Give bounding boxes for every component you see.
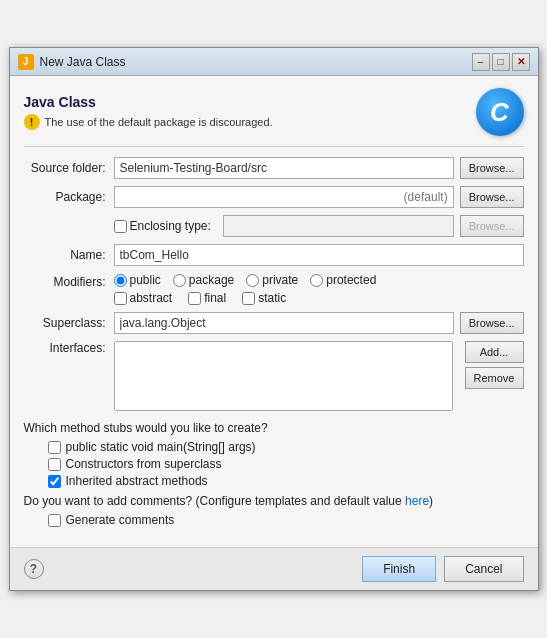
interfaces-side-buttons: Add... Remove bbox=[465, 341, 524, 411]
stubs-question: Which method stubs would you like to cre… bbox=[24, 421, 524, 435]
stubs-section: Which method stubs would you like to cre… bbox=[24, 421, 524, 488]
modifier-package: package bbox=[173, 273, 234, 287]
modifier-protected-radio[interactable] bbox=[310, 274, 323, 287]
generate-comments-label: Generate comments bbox=[66, 513, 175, 527]
modifier-private: private bbox=[246, 273, 298, 287]
window-icon: J bbox=[18, 54, 34, 70]
comments-section: Do you want to add comments? (Configure … bbox=[24, 494, 524, 527]
source-folder-field: Browse... bbox=[114, 157, 524, 179]
comments-configure-link[interactable]: here bbox=[405, 494, 429, 508]
final-label: final bbox=[204, 291, 226, 305]
window-title: New Java Class bbox=[40, 55, 126, 69]
package-input[interactable] bbox=[114, 186, 454, 208]
eclipse-logo: C bbox=[476, 88, 524, 136]
final-checkbox[interactable] bbox=[188, 292, 201, 305]
modifier-protected-label: protected bbox=[326, 273, 376, 287]
enclosing-type-input[interactable] bbox=[223, 215, 454, 237]
interfaces-list-area bbox=[114, 341, 453, 411]
modifier-private-radio[interactable] bbox=[246, 274, 259, 287]
window-icon-letter: J bbox=[23, 56, 29, 67]
dialog-window: J New Java Class – □ ✕ Java Class ! The … bbox=[9, 47, 539, 591]
stub-inherited-label: Inherited abstract methods bbox=[66, 474, 208, 488]
section-title: Java Class bbox=[24, 94, 273, 110]
final-modifier: final bbox=[188, 291, 226, 305]
warning-text: The use of the default package is discou… bbox=[45, 116, 273, 128]
superclass-field: Browse... bbox=[114, 312, 524, 334]
package-browse-button[interactable]: Browse... bbox=[460, 186, 524, 208]
package-label: Package: bbox=[24, 190, 114, 204]
static-checkbox[interactable] bbox=[242, 292, 255, 305]
bottom-buttons: Finish Cancel bbox=[362, 556, 523, 582]
name-row: Name: bbox=[24, 244, 524, 266]
modifier-public-label: public bbox=[130, 273, 161, 287]
warning-icon: ! bbox=[24, 114, 40, 130]
abstract-modifier: abstract bbox=[114, 291, 173, 305]
stub-inherited-checkbox[interactable] bbox=[48, 475, 61, 488]
abstract-checkbox[interactable] bbox=[114, 292, 127, 305]
source-folder-browse-button[interactable]: Browse... bbox=[460, 157, 524, 179]
enclosing-type-row: Enclosing type: Browse... bbox=[24, 215, 524, 237]
package-row: Package: Browse... bbox=[24, 186, 524, 208]
stub-constructors-label: Constructors from superclass bbox=[66, 457, 222, 471]
bottom-bar: ? Finish Cancel bbox=[10, 547, 538, 590]
divider bbox=[24, 146, 524, 147]
interfaces-list[interactable] bbox=[114, 341, 453, 411]
enclosing-type-checkbox[interactable] bbox=[114, 220, 127, 233]
interfaces-remove-button[interactable]: Remove bbox=[465, 367, 524, 389]
generate-comments-checkbox[interactable] bbox=[48, 514, 61, 527]
modifier-protected: protected bbox=[310, 273, 376, 287]
superclass-input[interactable] bbox=[114, 312, 454, 334]
modifier-public: public bbox=[114, 273, 161, 287]
maximize-button[interactable]: □ bbox=[492, 53, 510, 71]
source-folder-row: Source folder: Browse... bbox=[24, 157, 524, 179]
comments-question-text: Do you want to add comments? (Configure … bbox=[24, 494, 402, 508]
minimize-button[interactable]: – bbox=[472, 53, 490, 71]
warning-row: ! The use of the default package is disc… bbox=[24, 114, 273, 130]
stub-constructors: Constructors from superclass bbox=[48, 457, 524, 471]
stub-inherited: Inherited abstract methods bbox=[48, 474, 524, 488]
enclosing-type-browse-button[interactable]: Browse... bbox=[460, 215, 524, 237]
interfaces-label: Interfaces: bbox=[24, 341, 114, 355]
dialog-body: Java Class ! The use of the default pack… bbox=[10, 76, 538, 547]
comments-question: Do you want to add comments? (Configure … bbox=[24, 494, 524, 508]
name-field bbox=[114, 244, 524, 266]
help-button[interactable]: ? bbox=[24, 559, 44, 579]
modifiers-content: public package private protected bbox=[114, 273, 524, 305]
enclosing-type-field: Enclosing type: Browse... bbox=[114, 215, 524, 237]
interfaces-add-button[interactable]: Add... bbox=[465, 341, 524, 363]
interfaces-area: Add... Remove bbox=[114, 341, 524, 411]
title-bar: J New Java Class – □ ✕ bbox=[10, 48, 538, 76]
static-label: static bbox=[258, 291, 286, 305]
source-folder-label: Source folder: bbox=[24, 161, 114, 175]
source-folder-input[interactable] bbox=[114, 157, 454, 179]
stub-main-checkbox[interactable] bbox=[48, 441, 61, 454]
modifier-public-radio[interactable] bbox=[114, 274, 127, 287]
modifier-package-radio[interactable] bbox=[173, 274, 186, 287]
cancel-button[interactable]: Cancel bbox=[444, 556, 523, 582]
superclass-browse-button[interactable]: Browse... bbox=[460, 312, 524, 334]
modifiers-row: Modifiers: public package private bbox=[24, 273, 524, 305]
abstract-label: abstract bbox=[130, 291, 173, 305]
title-bar-left: J New Java Class bbox=[18, 54, 126, 70]
stubs-options: public static void main(String[] args) C… bbox=[24, 440, 524, 488]
modifiers-checkbox-row: abstract final static bbox=[114, 291, 524, 305]
enclosing-type-checkbox-label: Enclosing type: bbox=[130, 219, 211, 233]
static-modifier: static bbox=[242, 291, 286, 305]
modifiers-label: Modifiers: bbox=[24, 273, 114, 289]
interfaces-section: Interfaces: Add... Remove bbox=[24, 341, 524, 411]
comments-option: Generate comments bbox=[24, 513, 524, 527]
stub-constructors-checkbox[interactable] bbox=[48, 458, 61, 471]
name-label: Name: bbox=[24, 248, 114, 262]
section-title-area: Java Class ! The use of the default pack… bbox=[24, 94, 273, 130]
superclass-label: Superclass: bbox=[24, 316, 114, 330]
name-input[interactable] bbox=[114, 244, 524, 266]
section-header: Java Class ! The use of the default pack… bbox=[24, 88, 524, 136]
stub-main-label: public static void main(String[] args) bbox=[66, 440, 256, 454]
modifier-private-label: private bbox=[262, 273, 298, 287]
modifier-package-label: package bbox=[189, 273, 234, 287]
finish-button[interactable]: Finish bbox=[362, 556, 436, 582]
stub-main-method: public static void main(String[] args) bbox=[48, 440, 524, 454]
superclass-row: Superclass: Browse... bbox=[24, 312, 524, 334]
modifiers-radio-row: public package private protected bbox=[114, 273, 524, 287]
close-button[interactable]: ✕ bbox=[512, 53, 530, 71]
